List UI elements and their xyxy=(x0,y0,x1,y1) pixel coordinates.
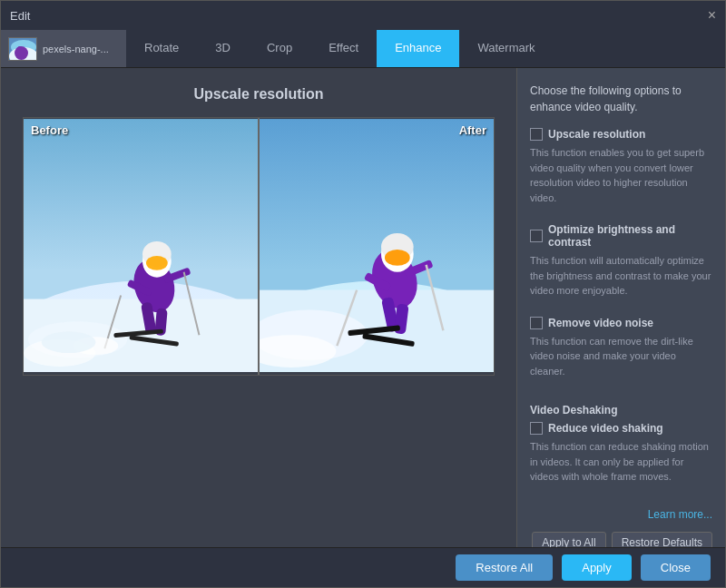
filename-label: pexels-nang-... xyxy=(43,44,109,54)
options-panel: Choose the following options to enhance … xyxy=(516,68,725,547)
tab-watermark[interactable]: Watermark xyxy=(459,30,553,67)
after-label: After xyxy=(459,123,486,137)
preview-area: Upscale resolution Before xyxy=(1,68,516,547)
upscale-checkbox[interactable] xyxy=(530,128,543,141)
learn-more-link[interactable]: Learn more... xyxy=(530,508,712,521)
svg-point-3 xyxy=(15,46,25,59)
preview-images: Before xyxy=(23,117,495,376)
noise-checkbox[interactable] xyxy=(530,317,543,329)
svg-point-39 xyxy=(385,250,410,266)
option-group-noise: Remove video noise This function can rem… xyxy=(530,317,712,388)
before-pane: Before xyxy=(24,118,258,375)
svg-point-20 xyxy=(146,256,168,270)
before-image xyxy=(24,118,258,372)
deshaking-label: Reduce video shaking xyxy=(548,422,663,435)
options-intro: Choose the following options to enhance … xyxy=(530,83,712,115)
thumbnail-area: pexels-nang-... xyxy=(1,30,126,67)
brightness-checkbox[interactable] xyxy=(530,230,543,242)
apply-button[interactable]: Apply xyxy=(562,554,632,581)
apply-to-all-button[interactable]: Apply to All xyxy=(532,532,605,548)
close-button[interactable]: Close xyxy=(641,554,711,581)
option-row-deshaking: Reduce video shaking xyxy=(530,422,712,435)
restore-all-button[interactable]: Restore All xyxy=(456,554,553,581)
tab-3d[interactable]: 3D xyxy=(197,30,249,67)
before-label: Before xyxy=(31,123,68,137)
option-row-noise: Remove video noise xyxy=(530,317,712,329)
bottom-bar: Restore All Apply Close xyxy=(1,547,725,587)
brightness-desc: This function will automatically optimiz… xyxy=(530,253,712,299)
upscale-label: Upscale resolution xyxy=(548,128,645,141)
after-image xyxy=(260,118,494,372)
upscale-desc: This function enables you to get superb … xyxy=(530,145,712,205)
restore-defaults-button[interactable]: Restore Defaults xyxy=(612,532,712,548)
noise-label: Remove video noise xyxy=(548,317,653,329)
video-thumbnail xyxy=(8,37,37,61)
option-row-brightness: Optimize brightness and contrast xyxy=(530,223,712,249)
deshaking-section-label: Video Deshaking xyxy=(530,404,712,416)
panel-bottom-buttons: Apply to All Restore Defaults xyxy=(530,521,712,548)
option-group-upscale: Upscale resolution This function enables… xyxy=(530,128,712,214)
option-row-upscale: Upscale resolution xyxy=(530,128,712,141)
option-group-deshaking: Reduce video shaking This function can r… xyxy=(530,422,712,494)
after-pane: After xyxy=(260,118,494,375)
deshaking-checkbox[interactable] xyxy=(530,422,543,435)
brightness-label: Optimize brightness and contrast xyxy=(548,223,712,249)
preview-title: Upscale resolution xyxy=(193,86,323,103)
window-close-button[interactable]: × xyxy=(708,8,716,23)
noise-desc: This function can remove the dirt-like v… xyxy=(530,334,712,379)
tabs-row: Rotate 3D Crop Effect Enhance Watermark xyxy=(126,30,725,67)
tab-effect[interactable]: Effect xyxy=(310,30,377,67)
option-group-brightness: Optimize brightness and contrast This fu… xyxy=(530,223,712,308)
window-title: Edit xyxy=(10,9,30,23)
svg-point-22 xyxy=(42,331,96,353)
tab-enhance[interactable]: Enhance xyxy=(377,30,459,67)
tab-crop[interactable]: Crop xyxy=(249,30,310,67)
tab-rotate[interactable]: Rotate xyxy=(126,30,197,67)
edit-window: Edit × pexels-nang-... Rotate 3D xyxy=(0,0,726,588)
deshaking-desc: This function can reduce shaking motion … xyxy=(530,439,712,485)
content-area: Upscale resolution Before xyxy=(1,68,725,547)
tab-bar: pexels-nang-... Rotate 3D Crop Effect En… xyxy=(1,30,725,68)
title-bar: Edit × xyxy=(1,1,725,30)
